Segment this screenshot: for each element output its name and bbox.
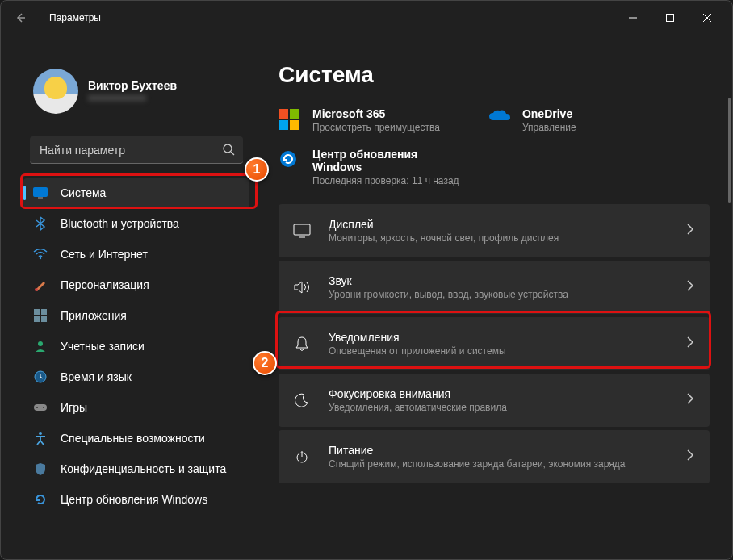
m365-title: Microsoft 365 <box>312 107 440 120</box>
chevron-right-icon <box>687 280 693 295</box>
row-sub: Спящий режим, использование заряда батар… <box>329 458 625 470</box>
page-title: Система <box>279 62 710 88</box>
chevron-right-icon <box>687 336 693 351</box>
nav-label: Время и язык <box>61 370 132 383</box>
row-title: Звук <box>329 274 568 287</box>
row-display[interactable]: Дисплей Мониторы, яркость, ночной свет, … <box>279 204 710 257</box>
svg-point-20 <box>280 151 296 167</box>
back-arrow-icon <box>14 11 27 24</box>
svg-rect-11 <box>41 309 47 315</box>
back-button[interactable] <box>7 5 33 31</box>
svg-line-5 <box>231 152 234 155</box>
nav-label: Персонализация <box>61 278 149 291</box>
svg-point-14 <box>38 341 43 346</box>
svg-point-8 <box>40 257 41 259</box>
display-icon <box>293 224 311 238</box>
settings-list: Дисплей Мониторы, яркость, ночной свет, … <box>279 204 710 483</box>
row-sub: Уровни громкости, вывод, ввод, звуковые … <box>329 289 568 300</box>
nav-accounts[interactable]: Учетные записи <box>23 332 249 361</box>
nav-network[interactable]: Сеть и Интернет <box>23 240 249 269</box>
main-content: Система Microsoft 365 Просмотреть преиму… <box>259 35 732 559</box>
nav-label: Система <box>61 186 106 199</box>
gamepad-icon <box>33 400 48 415</box>
search-icon <box>222 143 235 159</box>
nav-games[interactable]: Игры <box>23 393 249 422</box>
nav-label: Учетные записи <box>61 340 145 353</box>
apps-icon <box>33 308 48 323</box>
minimize-button[interactable] <box>614 5 651 31</box>
nav-personalization[interactable]: Персонализация <box>23 270 249 299</box>
nav-label: Конфиденциальность и защита <box>61 462 226 475</box>
row-sound[interactable]: Звук Уровни громкости, вывод, ввод, звук… <box>279 261 710 314</box>
chevron-right-icon <box>687 393 693 407</box>
moon-icon <box>293 393 311 407</box>
chevron-right-icon <box>687 449 693 464</box>
person-icon <box>33 339 48 353</box>
nav-label: Специальные возможности <box>61 432 205 445</box>
system-icon <box>33 186 48 200</box>
row-title: Фокусировка внимания <box>329 387 507 400</box>
row-sub: Оповещения от приложений и системы <box>329 345 506 357</box>
user-name: Виктор Бухтеев <box>88 79 177 92</box>
search-input[interactable] <box>30 136 243 164</box>
maximize-icon <box>666 14 674 22</box>
row-title: Питание <box>329 444 625 457</box>
update-card[interactable]: Центр обновления Windows Последняя прове… <box>279 148 710 186</box>
row-title: Дисплей <box>329 218 559 231</box>
nav-time[interactable]: Время и язык <box>23 362 249 391</box>
nav-accessibility[interactable]: Специальные возможности <box>23 424 249 453</box>
sound-icon <box>293 280 311 295</box>
svg-rect-7 <box>38 197 43 199</box>
wifi-icon <box>33 247 48 261</box>
settings-window: Параметры Виктор Бухтеев xxxxxxxxxxxx <box>0 0 733 560</box>
user-email: xxxxxxxxxxxx <box>88 92 177 103</box>
bluetooth-icon <box>33 216 48 231</box>
nav-label: Приложения <box>61 309 127 322</box>
update-sub: Последняя проверка: 11 ч назад <box>312 175 459 186</box>
row-power[interactable]: Питание Спящий режим, использование заря… <box>279 430 710 483</box>
svg-rect-10 <box>34 309 40 315</box>
svg-rect-13 <box>41 316 47 322</box>
clock-icon <box>33 370 48 384</box>
annotation-badge-1: 1 <box>245 157 269 182</box>
nav-label: Игры <box>61 401 87 414</box>
maximize-button[interactable] <box>651 5 689 31</box>
svg-rect-21 <box>294 224 310 235</box>
svg-rect-12 <box>34 316 40 322</box>
row-sub: Уведомления, автоматические правила <box>329 402 507 413</box>
window-controls <box>614 5 726 31</box>
svg-point-4 <box>224 144 232 153</box>
nav-apps[interactable]: Приложения <box>23 301 249 330</box>
scrollbar[interactable] <box>728 98 731 203</box>
row-notifications[interactable]: Уведомления Оповещения от приложений и с… <box>279 317 710 370</box>
microsoft-logo-icon <box>279 109 301 132</box>
row-focus[interactable]: Фокусировка внимания Уведомления, автома… <box>279 374 710 427</box>
user-block[interactable]: Виктор Бухтеев xxxxxxxxxxxx <box>23 35 249 130</box>
nav-update[interactable]: Центр обновления Windows <box>23 485 249 514</box>
nav-privacy[interactable]: Конфиденциальность и защита <box>23 454 249 483</box>
update-icon <box>33 492 48 507</box>
svg-rect-6 <box>34 188 48 197</box>
close-button[interactable] <box>689 5 726 31</box>
onedrive-card[interactable]: OneDrive Управление <box>488 107 576 133</box>
svg-point-17 <box>36 407 38 408</box>
nav-label: Bluetooth и устройства <box>61 217 179 230</box>
onedrive-sub: Управление <box>522 122 576 133</box>
sidebar: Виктор Бухтеев xxxxxxxxxxxx Система Blue… <box>1 35 259 559</box>
svg-point-19 <box>39 432 42 435</box>
titlebar: Параметры <box>1 1 732 35</box>
nav-bluetooth[interactable]: Bluetooth и устройства <box>23 209 249 238</box>
bell-icon <box>293 336 311 352</box>
row-title: Уведомления <box>329 331 506 344</box>
brush-icon <box>33 278 48 292</box>
m365-card[interactable]: Microsoft 365 Просмотреть преимущества <box>279 107 440 133</box>
nav-list: Система Bluetooth и устройства Сеть и Ин… <box>23 178 249 514</box>
m365-sub: Просмотреть преимущества <box>312 122 440 133</box>
annotation-badge-2: 2 <box>253 351 277 375</box>
nav-label: Сеть и Интернет <box>61 248 148 261</box>
window-title: Параметры <box>49 12 101 23</box>
row-sub: Мониторы, яркость, ночной свет, профиль … <box>329 232 559 244</box>
nav-system[interactable]: Система <box>23 178 249 207</box>
shield-icon <box>33 462 48 476</box>
svg-rect-16 <box>34 404 47 411</box>
